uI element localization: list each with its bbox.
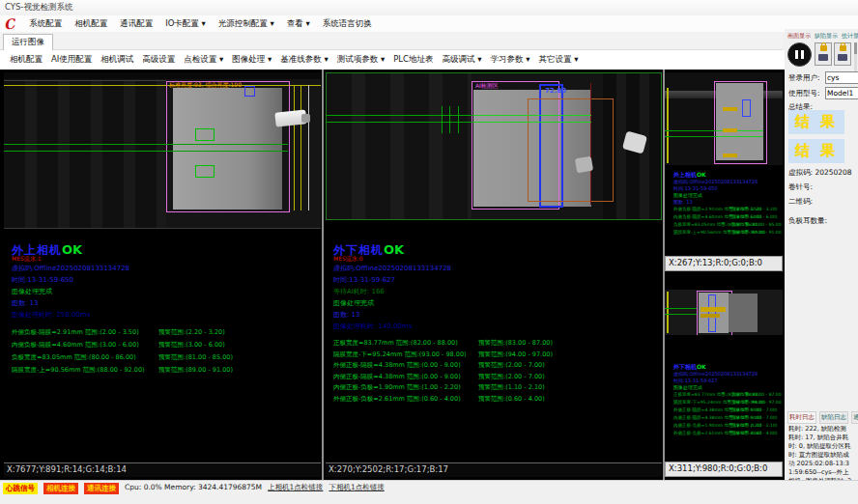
panel-scrollbar[interactable] xyxy=(854,42,857,75)
machine-texture xyxy=(327,73,472,219)
toolbar-item-advanced[interactable]: 高级设置 xyxy=(142,54,175,66)
measurement-row: 内侧负极-隔膜=4.60mm 范围:(3.00 - 6.00)预警范围:(3.0… xyxy=(673,213,782,221)
lower-camera-check-link[interactable]: 下相机1点检链接 xyxy=(329,483,384,492)
panel-tab-stats[interactable]: 统计显示 xyxy=(842,32,858,41)
model-field[interactable] xyxy=(825,87,858,99)
image-shade xyxy=(4,72,321,79)
needle-number-label: 卷针号: xyxy=(788,182,856,192)
login-user-field[interactable] xyxy=(825,71,858,84)
menu-item-view[interactable]: 查看 ▾ xyxy=(287,18,310,30)
measurement-row: 隔膜宽度-上=90.56mm 范围:(88.00 - 92.00)预警范围:(8… xyxy=(12,364,319,377)
marker-box-blue xyxy=(742,99,751,117)
time-line: 时间:13-31-59-650 xyxy=(673,185,782,192)
measurement-row: 内侧正极-负极=1.90mm 范围:(1.00 - 2.20)预警范围:(1.1… xyxy=(673,422,782,430)
virtual-code-row: 虚拟码: 20250208 xyxy=(788,168,856,178)
warn-range: 预警范围:(2.00 - 7.00) xyxy=(478,360,545,372)
marker-box-blue xyxy=(244,86,255,97)
measure-value: 隔膜宽度-上=90.56mm 范围:(88.00 - 92.00) xyxy=(12,364,158,377)
measure-value: 外侧正极-隔膜=4.38mm 范围:(0.00 - 9.00) xyxy=(673,406,731,414)
callout-label xyxy=(723,154,737,157)
red-ref-line xyxy=(590,83,591,205)
machine-block xyxy=(729,294,758,332)
process-time: 图像处理耗时: 258.00ms xyxy=(12,309,319,321)
panel-tab-defect[interactable]: 缺陷显示 xyxy=(815,32,838,41)
measurement-row: 内侧正极-负极=1.90mm 范围:(1.00 - 2.20)预警范围:(1.1… xyxy=(333,382,660,394)
measurement-row: 外侧正极-隔膜=4.38mm 范围:(0.00 - 9.00)预警范围:(2.0… xyxy=(673,406,782,414)
menu-item-comm-config[interactable]: 通讯配置 xyxy=(120,18,153,30)
menu-item-light-config[interactable]: 光源控制配置 ▾ xyxy=(218,18,274,30)
qr-code-label: 二维码: xyxy=(788,197,856,207)
mini-image-lower[interactable] xyxy=(665,290,783,335)
menu-item-camera-config[interactable]: 相机配置 xyxy=(74,18,107,30)
app-window: CYS-视觉检测系统 C 系统配置 相机配置 通讯配置 IO卡配置 ▾ 光源控制… xyxy=(0,0,858,504)
measurement-row: 隔膜宽度-下=95.24mm 范围:(93.00 - 98.00)预警范围:(9… xyxy=(673,399,782,406)
ai-region-label: AI检测区 xyxy=(475,82,499,91)
frame-count: 图数: 13 xyxy=(333,309,660,321)
nozzle-tip xyxy=(301,114,310,123)
measure-line-green xyxy=(665,308,697,309)
barcode-line: 虚拟码:Offline20250208133134728 xyxy=(12,263,319,274)
measurement-row: 隔膜宽度-下=95.24mm 范围:(93.00 - 98.00)预警范围:(9… xyxy=(333,350,660,361)
toolbar-item-ai-usage[interactable]: AI使用配置 xyxy=(51,54,92,66)
scrollbar-thumb[interactable] xyxy=(854,42,857,54)
toolbar-item-other-settings[interactable]: 其它设置 ▾ xyxy=(538,54,578,66)
toolbar: 相机配置 AI使用配置 相机调试 高级设置 点检设置 ▾ 图像处理 ▾ 基准线参… xyxy=(0,50,792,70)
measure-value: 负极宽度=83.05mm 范围:(80.00 - 86.00) xyxy=(12,351,158,364)
camera-lock-button-lower[interactable] xyxy=(834,42,851,66)
upper-camera-check-link[interactable]: 上相机1点检链接 xyxy=(268,483,323,492)
pixel-coords-upper: X:7677;Y:891;R:14;G:14;B:14 xyxy=(4,462,321,477)
model-label: 使用型号: xyxy=(788,89,820,98)
brightness-label: 标准亮度:93, 综合亮度:100 xyxy=(169,81,242,90)
toolbar-item-camera-config[interactable]: 相机配置 xyxy=(10,54,43,66)
camera-icon xyxy=(818,54,828,61)
yellow-ref-line xyxy=(294,85,295,210)
model-row: 使用型号: xyxy=(788,89,856,98)
frame-count: 图数: 13 xyxy=(12,297,319,309)
toolbar-item-adv-debug[interactable]: 高级调试 ▾ xyxy=(443,54,482,66)
toolbar-item-spotcheck[interactable]: 点检设置 ▾ xyxy=(184,54,223,66)
measurement-row: 负极宽度=83.05mm 范围:(80.00 - 86.00)预警范围:(81.… xyxy=(12,351,319,364)
panel-tab-display[interactable]: 画面显示 xyxy=(787,32,811,41)
menu-item-language-switch[interactable]: 系统语言切换 xyxy=(323,18,372,30)
toolbar-item-plc-table[interactable]: PLC地址表 xyxy=(393,54,433,66)
toolbar-item-image-process[interactable]: 图像处理 ▾ xyxy=(232,54,272,66)
measurement-row: 外侧正极-负极=2.61mm 范围:(0.60 - 4.00)预警范围:(0.6… xyxy=(333,394,660,406)
measure-value: 内侧正极-负极=1.90mm 范围:(1.00 - 2.20) xyxy=(673,422,731,430)
toolbar-item-camera-debug[interactable]: 相机调试 xyxy=(100,54,133,66)
measure-value: 外侧负极-隔膜=2.91mm 范围:(2.00 - 3.50) xyxy=(12,326,158,339)
menu-item-io-config[interactable]: IO卡配置 ▾ xyxy=(165,18,206,30)
toolbar-item-learn-params[interactable]: 学习参数 ▾ xyxy=(490,54,529,66)
time-line: 时间:13-31-59-650 xyxy=(12,274,319,286)
warn-range: 预警范围:(3.00 - 6.00) xyxy=(731,214,778,219)
camera-image-lower[interactable]: AI检测区 72.80 xyxy=(326,72,662,220)
camera-image-upper[interactable]: 标准亮度:93, 综合亮度:100 xyxy=(4,72,321,229)
toolbar-item-test-params[interactable]: 测试项参数 ▾ xyxy=(337,54,385,66)
measure-line-green xyxy=(4,144,288,145)
pixel-coords-mini-upper: X:267;Y:13;R:0;G:0;B:0 xyxy=(665,256,783,271)
mini-image-upper[interactable] xyxy=(665,72,783,165)
measure-line-green xyxy=(327,115,473,116)
warn-range: 预警范围:(89.00 - 91.00) xyxy=(158,364,233,377)
toolbar-item-baseline[interactable]: 基准线参数 ▾ xyxy=(280,54,328,66)
measure-value: 外侧负极-隔膜=2.91mm 范围:(2.00 - 3.50) xyxy=(673,206,731,213)
warn-range: 预警范围:(89.00 - 91.00) xyxy=(731,230,782,235)
time-line: 时间:13-31-59-627 xyxy=(673,378,782,384)
log-tab-comm[interactable]: 通讯日志 xyxy=(851,411,858,424)
pause-button[interactable] xyxy=(787,42,812,67)
warn-range: 预警范围:(94.00 - 97.00) xyxy=(478,350,553,361)
blue-measure-label: 72.80 xyxy=(545,87,566,95)
view-separator xyxy=(322,70,324,480)
tab-run-image[interactable]: 运行图像 xyxy=(3,34,53,51)
measure-tick-green xyxy=(442,106,443,133)
menu-item-system-config[interactable]: 系统配置 xyxy=(29,18,62,30)
warn-range: 预警范围:(81.00 - 85.00) xyxy=(731,222,782,227)
measure-line-green xyxy=(716,136,763,137)
log-tab-elapsed[interactable]: 耗时日志 xyxy=(787,411,816,424)
warn-range: 预警范围:(2.00 - 7.00) xyxy=(478,372,545,383)
process-done: 图像处理完成 xyxy=(12,286,319,297)
camera-lock-button-upper[interactable] xyxy=(815,42,832,66)
log-tab-defect[interactable]: 缺陷日志 xyxy=(819,411,848,424)
time-line: 时间:13-31-59-627 xyxy=(333,274,660,286)
measure-line-green xyxy=(473,115,591,116)
measure-line-green xyxy=(327,122,473,123)
